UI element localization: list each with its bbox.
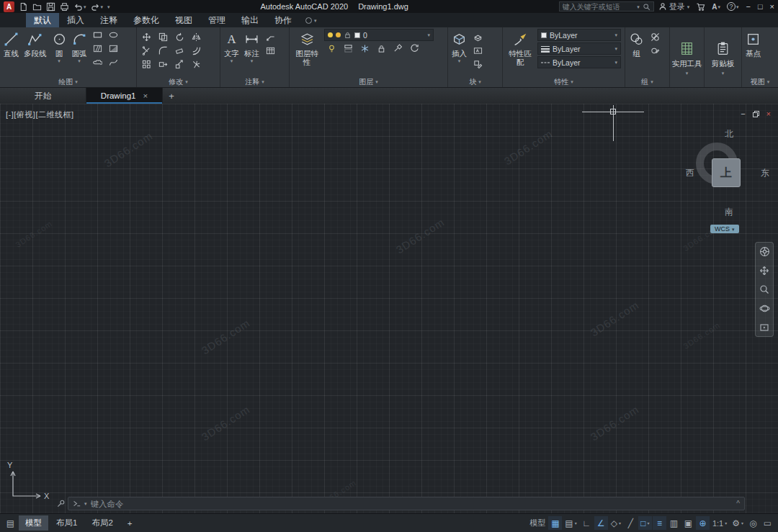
spline-button[interactable] <box>107 56 121 68</box>
viewport-restore-button[interactable] <box>753 111 759 117</box>
layout-quick-menu-icon[interactable]: ▤ <box>4 516 17 530</box>
viewcube-east[interactable]: 东 <box>761 167 769 179</box>
orbit-icon[interactable] <box>759 303 770 314</box>
file-tab-start[interactable]: 开始 <box>0 88 86 104</box>
layout-tab-layout1[interactable]: 布局1 <box>50 515 84 531</box>
file-tab-drawing1[interactable]: Drawing1 × <box>86 88 163 104</box>
isometric-drafting-toggle[interactable]: ◇▾ <box>609 516 623 530</box>
file-tab-close-icon[interactable]: × <box>143 91 148 100</box>
drawing-area[interactable]: [-][俯视][二维线框] − × 3D66.com 3D66.com 3D66… <box>0 104 778 513</box>
redo-button[interactable]: ▾ <box>91 2 104 12</box>
line-button[interactable]: 直线 <box>2 29 20 75</box>
object-color-dropdown[interactable]: ByLayer ▾ <box>537 29 621 41</box>
selection-cycling-toggle[interactable]: ▣ <box>681 516 695 530</box>
ribbon-tab-output[interactable]: 输出 <box>233 13 267 27</box>
lineweight-toggle[interactable]: ≡ <box>653 516 666 530</box>
rotate-button[interactable] <box>172 31 187 43</box>
ucs-icon[interactable]: Y X <box>6 460 52 505</box>
object-snap-toggle[interactable]: □▾ <box>638 516 652 530</box>
array-button[interactable] <box>139 58 153 71</box>
revision-cloud-button[interactable] <box>91 56 105 68</box>
undo-button[interactable]: ▾ <box>73 2 86 12</box>
stretch-button[interactable] <box>156 58 170 71</box>
move-button[interactable] <box>139 31 153 43</box>
new-drawing-tab-button[interactable]: + <box>163 88 180 104</box>
layer-match-button[interactable] <box>390 42 405 55</box>
rectangle-button[interactable] <box>91 29 105 41</box>
dimension-button[interactable]: 标注 ▾ <box>243 29 261 75</box>
isolate-objects-button[interactable]: ◎ <box>746 516 760 530</box>
offset-button[interactable] <box>189 45 203 57</box>
fillet-button[interactable] <box>156 45 170 57</box>
hatch-button[interactable] <box>91 42 105 55</box>
ribbon-tab-annotate[interactable]: 注释 <box>92 13 125 27</box>
view-panel-label[interactable]: 视图▾ <box>742 76 778 87</box>
viewcube-west[interactable]: 西 <box>686 167 694 179</box>
ribbon-tab-insert[interactable]: 插入 <box>59 13 92 27</box>
mirror-button[interactable] <box>189 31 203 43</box>
maximize-button[interactable]: □ <box>758 2 763 11</box>
app-menu-button[interactable]: A <box>4 1 14 12</box>
autodesk-account-button[interactable]: A▾ <box>712 3 720 11</box>
save-button[interactable] <box>46 2 55 12</box>
ungroup-button[interactable] <box>648 31 662 43</box>
command-line[interactable]: ▾ ^ <box>68 497 745 510</box>
group-edit-button[interactable] <box>648 45 662 57</box>
layout-tab-model[interactable]: 模型 <box>19 515 48 531</box>
viewport-close-button[interactable]: × <box>766 109 771 118</box>
wcs-button[interactable]: WCS▾ <box>710 225 739 233</box>
showmotion-icon[interactable] <box>759 323 769 333</box>
annotation-panel-label[interactable]: 注释▾ <box>220 76 289 87</box>
utilities-panel-button[interactable]: 实用工具 ▾ <box>670 27 704 87</box>
customize-icon[interactable] <box>56 499 66 508</box>
grid-toggle[interactable]: ▦ <box>548 516 562 530</box>
polyline-button[interactable]: 多段线 <box>22 29 48 75</box>
new-layout-button[interactable]: + <box>121 517 139 530</box>
ribbon-tab-home[interactable]: 默认 <box>26 13 59 27</box>
edit-attributes-button[interactable] <box>470 45 485 57</box>
layer-isolate-button[interactable] <box>341 42 355 55</box>
viewcube-north[interactable]: 北 <box>684 128 774 140</box>
workspace-switching-button[interactable]: ⚙▾ <box>730 516 746 530</box>
modify-panel-label[interactable]: 修改▾ <box>137 76 220 87</box>
command-history-toggle[interactable]: ^ <box>736 500 740 508</box>
trim-button[interactable] <box>139 45 153 57</box>
layer-previous-button[interactable] <box>407 42 421 55</box>
search-input[interactable] <box>563 3 634 11</box>
model-space-toggle[interactable]: 模型 <box>527 516 547 530</box>
recent-commands-caret-icon[interactable]: ▾ <box>84 501 87 506</box>
search-scope-caret-icon[interactable]: ▾ <box>637 4 640 9</box>
ribbon-tab-manage[interactable]: 管理 <box>200 13 233 27</box>
text-button[interactable]: A 文字 ▾ <box>223 29 241 75</box>
ellipse-button[interactable] <box>107 29 121 41</box>
object-snap-tracking-toggle[interactable]: ╱ <box>624 516 638 530</box>
qat-more-icon[interactable]: ▾ <box>107 4 110 9</box>
create-block-button[interactable] <box>470 31 485 43</box>
base-button[interactable]: 基点 <box>744 29 762 75</box>
ribbon-options-button[interactable]: ▾ <box>300 13 323 27</box>
sign-in-button[interactable]: 登录 ▾ <box>658 1 690 12</box>
clean-screen-button[interactable]: ▭ <box>761 516 774 530</box>
table-button[interactable] <box>263 45 277 57</box>
transparency-toggle[interactable]: ▥ <box>667 516 681 530</box>
ribbon-tab-view[interactable]: 视图 <box>167 13 200 27</box>
layout-tab-layout2[interactable]: 布局2 <box>85 515 119 531</box>
arc-button[interactable]: 圆弧 ▾ <box>71 29 89 75</box>
dynamic-input-toggle[interactable]: ⊕ <box>696 516 710 530</box>
help-button[interactable]: ?▾ <box>727 2 739 11</box>
draw-panel-label[interactable]: 绘图▾ <box>0 76 136 87</box>
polar-tracking-toggle[interactable]: ∠ <box>594 516 608 530</box>
layer-off-button[interactable] <box>324 42 339 55</box>
insert-block-button[interactable]: 插入 ▾ <box>450 29 468 75</box>
linetype-dropdown[interactable]: ByLayer ▾ <box>537 56 621 68</box>
layer-dropdown[interactable]: 0 ▾ <box>324 29 434 41</box>
app-store-cart-icon[interactable] <box>696 2 705 12</box>
groups-panel-label[interactable]: 组▾ <box>625 76 669 87</box>
help-search-box[interactable]: ▾ <box>559 1 654 12</box>
search-icon[interactable] <box>643 3 650 11</box>
ribbon-tab-parametric[interactable]: 参数化 <box>125 13 167 27</box>
pan-icon[interactable] <box>759 266 769 276</box>
layer-lock-button[interactable] <box>374 42 388 55</box>
layer-freeze-button[interactable] <box>357 42 372 55</box>
snap-toggle[interactable]: ▤▾ <box>563 516 578 530</box>
